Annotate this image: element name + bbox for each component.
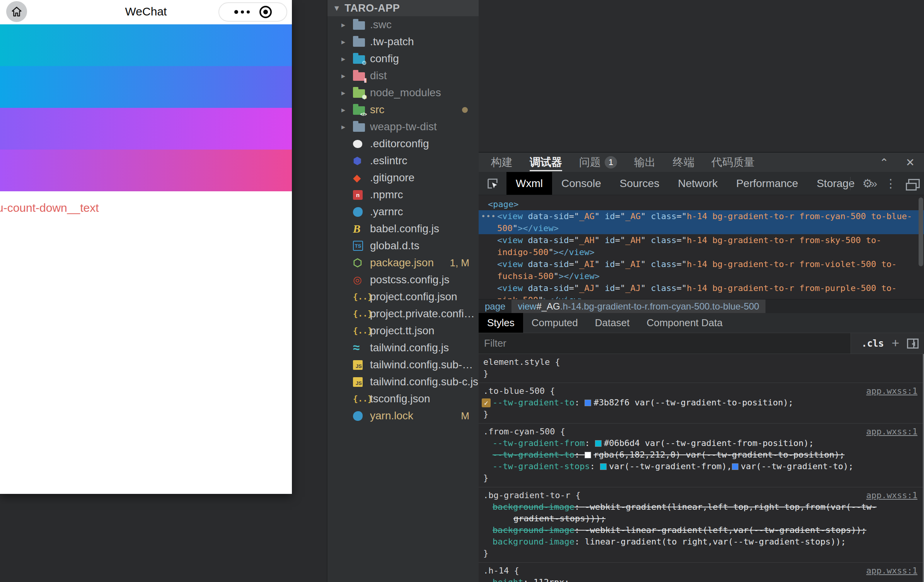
tree-item-.tw-patch[interactable]: ▸.tw-patch: [327, 33, 479, 50]
devtools-tab-network[interactable]: Network: [668, 172, 727, 195]
chevron-right-icon[interactable]: ▸: [341, 20, 353, 29]
color-swatch[interactable]: [585, 400, 591, 406]
tree-item-.editorconfig[interactable]: .editorconfig: [327, 135, 479, 152]
kebab-menu-icon[interactable]: ⋮: [881, 172, 901, 195]
devtools-tab-performance[interactable]: Performance: [727, 172, 807, 195]
wxml-line[interactable]: •••<view data-sid="_AG" id="_AG" class="…: [479, 210, 924, 222]
tree-item-label: postcss.config.js: [370, 274, 449, 286]
css-declaration[interactable]: background-image: -webkit-linear-gradien…: [479, 524, 923, 536]
devtools-tab-console[interactable]: Console: [552, 172, 610, 195]
debugger-tab-输出[interactable]: 输出: [634, 153, 656, 172]
collapse-panel-icon[interactable]: ⌃: [880, 156, 888, 169]
tree-item-project.private.config...[interactable]: {..}project.private.config...: [327, 305, 479, 322]
tree-item-.swc[interactable]: ▸.swc: [327, 16, 479, 33]
wxml-line[interactable]: 500"></view>: [479, 222, 924, 234]
styles-tab-computed[interactable]: Computed: [523, 313, 586, 333]
css-declaration[interactable]: height: 112rpx;: [479, 577, 923, 582]
stylesheet-link[interactable]: app.wxss:1: [866, 426, 917, 437]
debugger-tab-终端[interactable]: 终端: [673, 153, 694, 172]
styles-tab-component-data[interactable]: Component Data: [638, 313, 731, 333]
tree-item-.npmrc[interactable]: n.npmrc: [327, 186, 479, 203]
color-swatch[interactable]: [732, 463, 738, 470]
wxml-line[interactable]: indigo-500"></view>: [479, 246, 924, 258]
styles-tab-styles[interactable]: Styles: [479, 313, 523, 333]
tree-item-tailwind.config.sub-b.js[interactable]: JStailwind.config.sub-b.js: [327, 356, 479, 373]
styles-tab-dataset[interactable]: Dataset: [586, 313, 638, 333]
tree-item-dist[interactable]: ▸▮dist: [327, 67, 479, 84]
tree-item-.eslintrc[interactable]: ⬢.eslintrc: [327, 152, 479, 169]
dock-side-icon[interactable]: [904, 172, 924, 195]
tree-item-label: .eslintrc: [370, 155, 407, 167]
filter-input[interactable]: [479, 333, 851, 354]
wxml-line[interactable]: pink-500"></view>: [479, 294, 924, 299]
wxml-line[interactable]: fuchsia-500"></view>: [479, 270, 924, 282]
debugger-tab-构建[interactable]: 构建: [491, 153, 513, 172]
color-swatch[interactable]: [600, 463, 607, 470]
tree-item-global.d.ts[interactable]: TSglobal.d.ts: [327, 237, 479, 254]
chevron-right-icon[interactable]: ▸: [341, 54, 353, 63]
tree-item-postcss.config.js[interactable]: ◎postcss.config.js: [327, 271, 479, 288]
tree-item-weapp-tw-dist[interactable]: ▸weapp-tw-dist: [327, 118, 479, 135]
wxml-line[interactable]: <view data-sid="_AH" id="_AH" class="h-1…: [479, 234, 924, 246]
code-token: ": [595, 283, 600, 293]
stylesheet-link[interactable]: app.wxss:1: [866, 565, 917, 577]
file-explorer: ▼ TARO-APP ▸.swc▸.tw-patch▸⚙config▸▮dist…: [327, 0, 479, 582]
new-style-rule-button[interactable]: +: [892, 336, 899, 349]
color-swatch[interactable]: [595, 440, 602, 447]
chevron-right-icon[interactable]: ▸: [341, 71, 353, 80]
code-token: ": [538, 295, 543, 299]
more-menu-button[interactable]: [234, 10, 250, 14]
code-token: =": [569, 235, 579, 245]
tree-item-config[interactable]: ▸⚙config: [327, 50, 479, 67]
wxml-line[interactable]: <page>: [479, 198, 924, 210]
debugger-tab-调试器[interactable]: 调试器: [530, 153, 562, 172]
wxml-line[interactable]: <view data-sid="_AI" id="_AI" class="h-1…: [479, 258, 924, 270]
chevron-right-icon[interactable]: ▸: [341, 122, 353, 131]
tree-item-package.json[interactable]: ⬡package.json1, M: [327, 254, 479, 271]
declaration-checkbox[interactable]: ✓: [482, 398, 491, 407]
close-target-button[interactable]: [259, 6, 272, 18]
css-declaration[interactable]: ✓--tw-gradient-to: #3b82f6 var(--tw-grad…: [479, 397, 923, 408]
tab-label: 代码质量: [711, 155, 755, 170]
toggle-class-button[interactable]: .cls: [861, 338, 884, 349]
css-declaration[interactable]: --tw-gradient-stops: var(--tw-gradient-f…: [479, 461, 923, 472]
toolbar-divider: [850, 177, 851, 190]
code-token: ></: [554, 247, 569, 257]
tree-item-babel.config.js[interactable]: Bbabel.config.js: [327, 220, 479, 237]
css-declaration[interactable]: background-image: linear-gradient(to rig…: [479, 536, 923, 548]
breadcrumb-item-view[interactable]: view#_AG.h-14.bg-gradient-to-r.from-cyan…: [511, 300, 765, 313]
inspect-element-button[interactable]: [479, 172, 506, 195]
sidebar-toggle-icon[interactable]: [907, 339, 919, 349]
close-panel-icon[interactable]: ✕: [906, 156, 915, 169]
tree-item-.yarnrc[interactable]: .yarnrc: [327, 203, 479, 220]
breadcrumb-item-page[interactable]: page: [479, 300, 511, 313]
scrollbar-thumb[interactable]: [919, 197, 923, 266]
color-swatch[interactable]: [585, 452, 591, 458]
code-token: ></: [559, 271, 574, 281]
tree-item-node-modules[interactable]: ▸⬢node_modules: [327, 84, 479, 101]
css-declaration[interactable]: --tw-gradient-from: #06b6d4 var(--tw-gra…: [479, 437, 923, 449]
stylesheet-link[interactable]: app.wxss:1: [866, 490, 917, 501]
inspect-cursor-icon: [486, 177, 499, 190]
explorer-root-row[interactable]: ▼ TARO-APP: [327, 0, 479, 16]
tree-item-tsconfig.json[interactable]: {..}tsconfig.json: [327, 390, 479, 407]
debugger-tab-代码质量[interactable]: 代码质量: [711, 153, 755, 172]
tree-item-project.config.json[interactable]: {..}project.config.json: [327, 288, 479, 305]
devtools-tab-wxml[interactable]: Wxml: [506, 172, 552, 195]
css-declaration[interactable]: background-image: -webkit-gradient(linea…: [479, 501, 923, 524]
stylesheet-link[interactable]: app.wxss:1: [866, 385, 917, 397]
tree-item-src[interactable]: ▸</>src: [327, 101, 479, 118]
chevron-right-icon[interactable]: ▸: [341, 37, 353, 46]
tree-item-project.tt.json[interactable]: {..}project.tt.json: [327, 322, 479, 339]
tree-item-tailwind.config.js[interactable]: ≈tailwind.config.js: [327, 339, 479, 356]
css-declaration[interactable]: --tw-gradient-to: rgba(6,182,212,0) var(…: [479, 449, 923, 461]
tree-item-.gitignore[interactable]: ◆.gitignore: [327, 169, 479, 186]
gear-icon[interactable]: ⚙: [858, 172, 878, 195]
tree-item-tailwind.config.sub-c.js[interactable]: JStailwind.config.sub-c.js: [327, 373, 479, 390]
wxml-line[interactable]: <view data-sid="_AJ" id="_AJ" class="h-1…: [479, 282, 924, 294]
chevron-right-icon[interactable]: ▸: [341, 105, 353, 114]
tree-item-yarn.lock[interactable]: yarn.lockM: [327, 407, 479, 424]
debugger-tab-问题[interactable]: 问题1: [579, 153, 617, 172]
devtools-tab-sources[interactable]: Sources: [610, 172, 669, 195]
chevron-right-icon[interactable]: ▸: [341, 88, 353, 97]
